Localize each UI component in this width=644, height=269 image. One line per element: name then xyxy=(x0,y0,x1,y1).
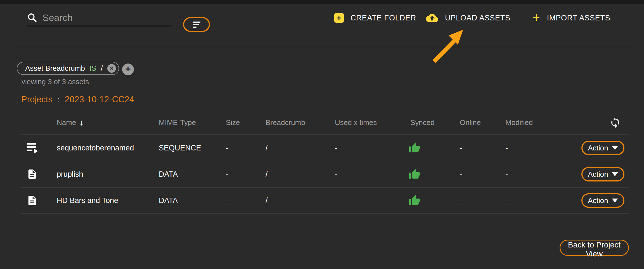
action-dropdown-button[interactable]: Action xyxy=(581,141,624,155)
asset-modified: - xyxy=(505,144,563,152)
toolbar-divider xyxy=(17,47,633,47)
create-folder-button[interactable]: + CREATE FOLDER xyxy=(334,10,416,26)
asset-mime-type: DATA xyxy=(159,170,226,179)
asset-mime-type: DATA xyxy=(159,196,226,205)
filter-chip-operator: IS xyxy=(89,64,96,73)
table-row[interactable]: pruplish DATA - / - - - Action xyxy=(21,161,629,188)
back-to-project-view-button[interactable]: Back to Project View xyxy=(560,240,629,256)
asset-name: pruplish xyxy=(57,170,159,179)
asset-mime-type: SEQUENCE xyxy=(159,144,226,152)
upload-assets-button[interactable]: UPLOAD ASSETS xyxy=(426,10,510,26)
chevron-down-icon xyxy=(612,199,618,202)
thumbs-up-icon xyxy=(409,195,420,206)
asset-breadcrumb: / xyxy=(266,196,335,205)
asset-size: - xyxy=(226,170,266,179)
breadcrumb-separator: : xyxy=(58,95,60,104)
column-header-mime-type[interactable]: MIME-Type xyxy=(159,118,226,127)
import-assets-button[interactable]: + IMPORT ASSETS xyxy=(532,10,610,26)
document-icon xyxy=(27,169,38,180)
create-folder-label: CREATE FOLDER xyxy=(351,14,416,22)
asset-online: - xyxy=(460,144,505,152)
filter-chip-value: / xyxy=(101,64,103,73)
refresh-button[interactable] xyxy=(609,117,621,128)
asset-name: HD Bars and Tone xyxy=(57,196,159,205)
asset-used: - xyxy=(335,170,410,179)
search-input[interactable] xyxy=(42,12,172,23)
filter-chip-close-icon[interactable]: ✕ xyxy=(107,64,116,73)
asset-size: - xyxy=(226,144,266,152)
chevron-down-icon xyxy=(612,146,618,150)
table-row[interactable]: HD Bars and Tone DATA - / - - - Action xyxy=(21,188,629,214)
viewing-count-text: viewing 3 of 3 assets xyxy=(22,77,89,86)
sequence-icon xyxy=(27,142,39,154)
plus-icon: + xyxy=(532,11,540,24)
refresh-icon xyxy=(609,117,621,128)
column-header-breadcrumb[interactable]: Breadcrumb xyxy=(266,118,335,127)
asset-used: - xyxy=(335,196,410,205)
column-header-size[interactable]: Size xyxy=(226,118,266,127)
thumbs-up-icon xyxy=(409,142,420,154)
sort-descending-icon: ↓ xyxy=(79,118,84,127)
search-box xyxy=(27,10,172,26)
search-icon xyxy=(27,12,37,23)
sort-icon xyxy=(193,22,200,28)
asset-online: - xyxy=(460,170,505,179)
asset-name: sequencetoberenamed xyxy=(57,144,159,152)
import-assets-label: IMPORT ASSETS xyxy=(547,14,610,22)
column-header-synced[interactable]: Synced xyxy=(410,118,460,127)
breadcrumb: Projects : 2023-10-12-CC24 xyxy=(21,95,134,105)
document-icon xyxy=(27,195,38,206)
breadcrumb-projects-link[interactable]: Projects xyxy=(21,95,53,105)
column-header-used[interactable]: Used x times xyxy=(335,118,410,127)
filter-chip[interactable]: Asset Breadcrumb IS / ✕ xyxy=(17,62,119,75)
chevron-down-icon xyxy=(612,172,618,176)
column-header-name[interactable]: Name ↓ xyxy=(57,118,159,127)
column-header-modified[interactable]: Modified xyxy=(505,118,563,127)
upload-pointer-arrow xyxy=(428,25,470,64)
table-header-row: Name ↓ MIME-Type Size Breadcrumb Used x … xyxy=(21,110,629,135)
add-filter-button[interactable]: + xyxy=(122,63,134,75)
asset-size: - xyxy=(226,196,266,205)
asset-modified: - xyxy=(505,170,563,179)
upload-assets-label: UPLOAD ASSETS xyxy=(445,14,510,22)
action-dropdown-button[interactable]: Action xyxy=(581,193,624,208)
assets-table: Name ↓ MIME-Type Size Breadcrumb Used x … xyxy=(21,110,629,214)
filter-button[interactable] xyxy=(183,17,210,32)
asset-breadcrumb: / xyxy=(266,144,335,152)
breadcrumb-current-project[interactable]: 2023-10-12-CC24 xyxy=(65,95,134,105)
table-row[interactable]: sequencetoberenamed SEQUENCE - / - - - A… xyxy=(21,135,629,161)
filter-chip-field: Asset Breadcrumb xyxy=(25,64,85,73)
plus-square-icon: + xyxy=(334,13,344,23)
asset-used: - xyxy=(335,144,410,152)
asset-modified: - xyxy=(505,196,563,205)
thumbs-up-icon xyxy=(409,168,420,180)
asset-manager-page: + CREATE FOLDER UPLOAD ASSETS + IMPORT A… xyxy=(0,0,644,269)
asset-breadcrumb: / xyxy=(266,170,335,179)
cloud-upload-icon xyxy=(426,12,438,24)
column-header-online[interactable]: Online xyxy=(460,118,505,127)
asset-online: - xyxy=(460,196,505,205)
window-top-strip xyxy=(0,0,644,4)
action-dropdown-button[interactable]: Action xyxy=(581,167,624,181)
